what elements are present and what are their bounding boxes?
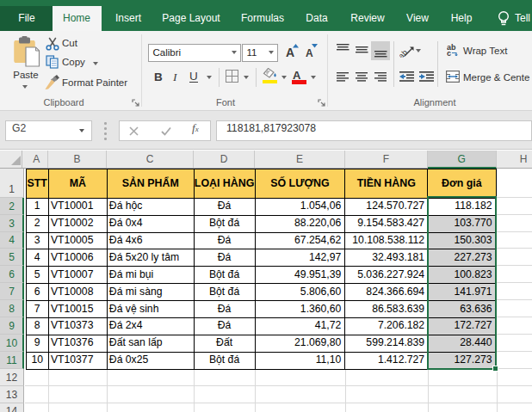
svg-text:c: c xyxy=(447,49,451,56)
